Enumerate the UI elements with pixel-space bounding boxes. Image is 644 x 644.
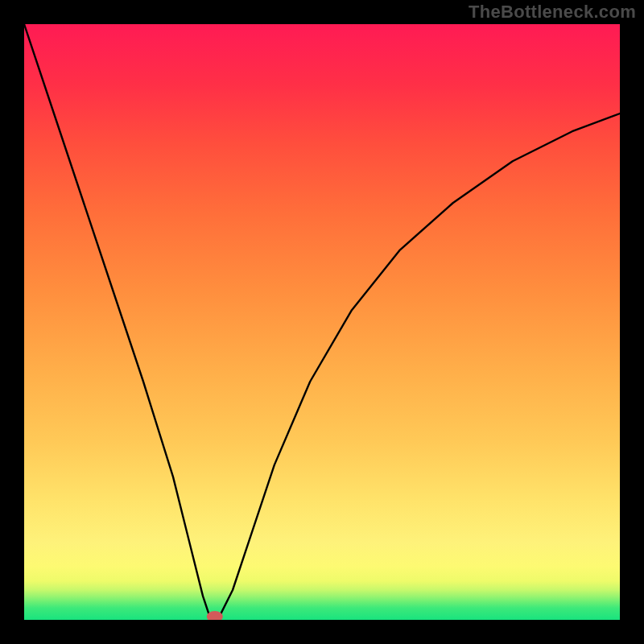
plot-area [24,24,620,620]
watermark-label: TheBottleneck.com [469,2,636,23]
bottleneck-chart-svg [24,24,620,620]
chart-frame: TheBottleneck.com [0,0,644,644]
gradient-background [24,24,620,620]
